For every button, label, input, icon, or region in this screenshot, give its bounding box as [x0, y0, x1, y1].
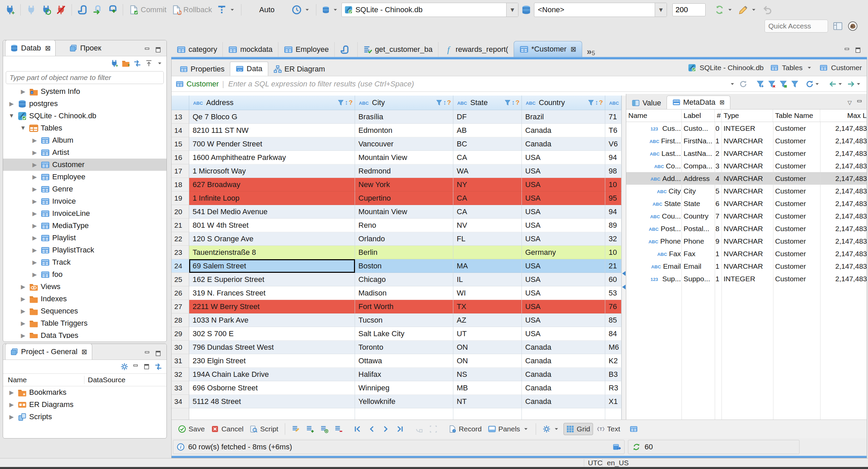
- grid-cell[interactable]: USA: [522, 219, 605, 232]
- tree-arrow-icon[interactable]: ▶: [31, 161, 38, 168]
- tree-item-Artist[interactable]: ▶ Artist: [3, 146, 166, 159]
- grid-cell[interactable]: Vancouver: [355, 137, 453, 151]
- quick-access-input[interactable]: [765, 20, 828, 33]
- refresh-results-icon[interactable]: [806, 80, 814, 88]
- grid-cell[interactable]: Canada: [522, 395, 605, 408]
- database-select-button[interactable]: [320, 4, 341, 15]
- chevron-down-icon[interactable]: [855, 81, 862, 87]
- grid-cell[interactable]: USA: [522, 313, 605, 327]
- grid-cell[interactable]: 94: [605, 151, 622, 164]
- grid-cell[interactable]: 2211 W Berry Street: [189, 300, 355, 313]
- grid-cell[interactable]: AZ: [453, 313, 522, 327]
- table-row-29[interactable]: 29302 S 700 ESalt Lake CityUTUSA84: [172, 327, 622, 341]
- rollback-button[interactable]: Rollback: [169, 3, 214, 16]
- grid-view-button[interactable]: Grid: [564, 423, 593, 435]
- grid-cell[interactable]: 1600 Amphitheatre Parkway: [189, 151, 355, 164]
- tab-metadata[interactable]: MetaData ⊠: [667, 96, 730, 109]
- record-button[interactable]: iRecord: [446, 423, 484, 435]
- grid-cell[interactable]: 95: [605, 191, 622, 205]
- grid-cell[interactable]: 21: [605, 259, 622, 273]
- tab-database-navigator[interactable]: Datab ⊠: [5, 40, 56, 56]
- tree-item-foo[interactable]: ▶ foo: [3, 268, 166, 281]
- link-editor-icon[interactable]: [154, 363, 162, 371]
- grid-cell[interactable]: 194A Chain Lake Drive: [189, 368, 355, 381]
- close-icon[interactable]: ⊠: [719, 99, 725, 106]
- table-row-13[interactable]: 13Qe 7 Bloco GBrasíliaDFBrazil71: [172, 110, 622, 124]
- grid-cell[interactable]: 801 W 4th Street: [189, 219, 355, 232]
- tree-arrow-icon[interactable]: ▶: [19, 332, 27, 339]
- row-number[interactable]: 25: [172, 273, 189, 286]
- connection-combo-arrow[interactable]: ▼: [506, 3, 518, 17]
- grid-cell[interactable]: 10: [605, 178, 622, 191]
- grid-cell[interactable]: Orlando: [355, 232, 453, 246]
- tree-arrow-icon[interactable]: ▶: [31, 210, 38, 217]
- grid-cell[interactable]: 796 Dundas Street West: [189, 341, 355, 354]
- max-icon[interactable]: [855, 47, 862, 54]
- grid-cell[interactable]: Mountain View: [355, 151, 453, 164]
- row-number[interactable]: 34: [172, 395, 189, 408]
- view-menu-icon[interactable]: ▽: [848, 99, 852, 106]
- editor-tab-rewards-report-[interactable]: frewards_report(: [438, 42, 514, 57]
- maximize-icon[interactable]: [155, 46, 162, 53]
- row-number[interactable]: 18: [172, 178, 189, 191]
- table-row-26[interactable]: 26319 N. Frances StreetMadisonWIUSA53: [172, 286, 622, 300]
- tree-item-Invoice[interactable]: ▶ Invoice: [3, 195, 166, 207]
- table-view-button[interactable]: [627, 423, 640, 435]
- grid-cell[interactable]: Canada: [522, 381, 605, 395]
- minimize-icon[interactable]: [144, 46, 151, 53]
- grid-cell[interactable]: Canada: [522, 368, 605, 381]
- header-connection-label[interactable]: SQLite - Chinook.db: [699, 64, 764, 72]
- grid-cell[interactable]: Toronto: [355, 341, 453, 354]
- meta-row-State[interactable]: ABCState State 6 NVARCHAR Customer 2,147…: [626, 197, 867, 210]
- row-number[interactable]: 17: [172, 164, 189, 178]
- grid-cell[interactable]: NT: [453, 395, 522, 408]
- min-icon[interactable]: [844, 47, 851, 54]
- grid-cell[interactable]: 84: [605, 327, 622, 341]
- tree-item-Table-Triggers[interactable]: ▶ Table Triggers: [3, 317, 166, 329]
- grid-cell[interactable]: Winnipeg: [355, 381, 453, 395]
- grid-cell[interactable]: Yellowknife: [355, 395, 453, 408]
- grid-cell[interactable]: V6: [605, 137, 622, 151]
- row-number[interactable]: 13: [172, 110, 189, 124]
- table-row-17[interactable]: 171 Microsoft WayRedmondWAUSA98: [172, 164, 622, 178]
- new-connection-button[interactable]: +: [3, 3, 17, 16]
- tab-er-diagram[interactable]: ER Diagram: [268, 62, 331, 76]
- grid-cell[interactable]: K2: [605, 354, 622, 368]
- filter-help-icon[interactable]: ?: [447, 99, 451, 106]
- grid-cell[interactable]: 5112 48 Street: [189, 395, 355, 408]
- editor-tab-overflow[interactable]: » 5: [587, 46, 595, 57]
- minimize-icon[interactable]: [144, 350, 151, 357]
- column-header-State[interactable]: ABCState ↕ ?: [453, 96, 522, 110]
- reconnect-button[interactable]: [39, 3, 53, 16]
- row-number[interactable]: 32: [172, 368, 189, 381]
- header-entity-label[interactable]: Customer: [831, 64, 862, 72]
- grid-cell[interactable]: USA: [522, 259, 605, 273]
- grid-cell[interactable]: USA: [522, 273, 605, 286]
- row-number[interactable]: 29: [172, 327, 189, 341]
- tree-arrow-icon[interactable]: ▶: [31, 174, 38, 181]
- table-row-23[interactable]: 23Tauentzienstraße 8BerlinGermany10: [172, 246, 622, 259]
- filter-custom-icon[interactable]: [791, 80, 799, 88]
- grid-cell[interactable]: 76: [605, 300, 622, 313]
- tree-arrow-icon[interactable]: ▶: [31, 198, 38, 205]
- table-row-14[interactable]: 148210 111 ST NWEdmontonABCanadaT6: [172, 124, 622, 137]
- grid-cell[interactable]: MA: [453, 259, 522, 273]
- grid-cell[interactable]: Canada: [522, 354, 605, 368]
- sort-icon[interactable]: ↕: [512, 99, 515, 106]
- grid-cell[interactable]: USA: [522, 178, 605, 191]
- grid-cell[interactable]: CA: [453, 191, 522, 205]
- open-perspective-button[interactable]: [833, 21, 843, 31]
- tree-arrow-icon[interactable]: ▶: [8, 389, 15, 396]
- maximize-icon[interactable]: [155, 350, 162, 357]
- connect-icon[interactable]: +: [110, 59, 118, 67]
- grid-cell[interactable]: NY: [453, 178, 522, 191]
- row-number[interactable]: 21: [172, 219, 189, 232]
- connect-button[interactable]: [24, 3, 38, 16]
- tree-item-Track[interactable]: ▶ Track: [3, 256, 166, 268]
- column-header-City[interactable]: ABCCity ↕ ?: [355, 96, 453, 110]
- next-row-button[interactable]: [379, 423, 392, 435]
- tree-item-Sequences[interactable]: ▶ Sequences: [3, 305, 166, 317]
- grid-cell[interactable]: 8210 111 ST NW: [189, 124, 355, 137]
- grid-cell[interactable]: 319 N. Frances Street: [189, 286, 355, 300]
- tree-item-Data-Types[interactable]: ▶ Data Types: [3, 329, 166, 338]
